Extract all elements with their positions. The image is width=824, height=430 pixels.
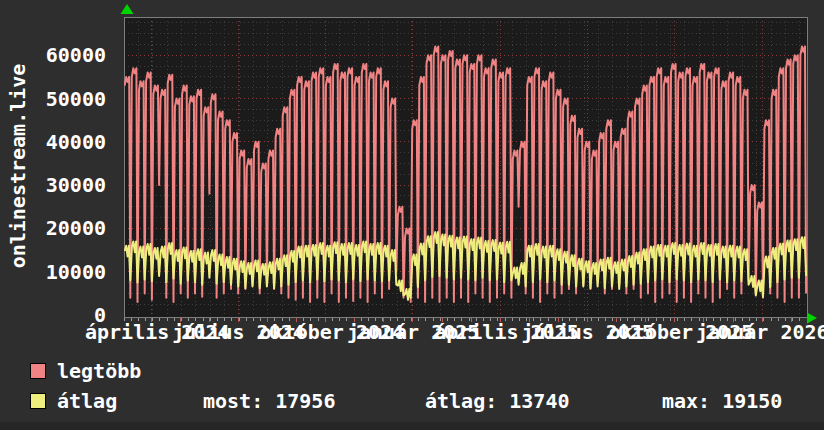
legend-label-atlag: átlag — [57, 389, 117, 413]
window-bottom-edge — [0, 422, 824, 430]
y-tick-label: 50000 — [8, 88, 106, 110]
stat-most: most: 17956 — [203, 389, 335, 413]
y-tick-label: 30000 — [8, 174, 106, 196]
legend-swatch-legtobb — [30, 363, 46, 379]
stat-max: max: 19150 — [662, 389, 782, 413]
stat-atlag: átlag: 13740 — [425, 389, 570, 413]
x-tick-label: január 2026 — [696, 321, 824, 343]
legend-swatch-atlag — [30, 393, 46, 409]
up-arrow-icon — [121, 4, 134, 14]
y-tick-label: 10000 — [8, 261, 106, 283]
y-tick-label: 20000 — [8, 217, 106, 239]
graph-window: onlinestream.live 0100002000030000400005… — [0, 0, 824, 430]
legend-label-legtobb: legtöbb — [57, 359, 141, 383]
y-tick-label: 40000 — [8, 131, 106, 153]
y-tick-label: 60000 — [8, 44, 106, 66]
